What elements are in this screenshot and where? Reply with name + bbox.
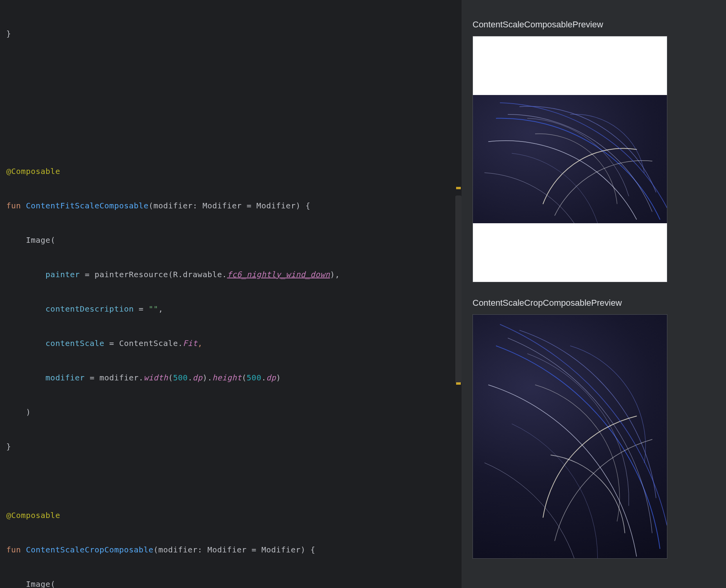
annotation-composable: @Composable [6, 167, 60, 176]
preview-title-1: ContentScaleComposablePreview [473, 20, 710, 30]
letterbox-bottom [473, 223, 667, 282]
preview-title-2: ContentScaleCropComposablePreview [473, 298, 710, 308]
brace-close: } [6, 29, 11, 38]
editor-scrollbar[interactable] [455, 195, 462, 383]
editor-minimap[interactable] [455, 0, 462, 588]
code-editor-pane[interactable]: } @Composable fun ContentFitScaleComposa… [0, 0, 462, 588]
fn-name-1: ContentFitScaleComposable [26, 201, 149, 210]
preview-block-2[interactable]: ContentScaleCropComposablePreview [473, 298, 710, 559]
preview-image-crop[interactable] [473, 314, 667, 559]
starfield-image-1 [473, 95, 667, 223]
image-call-1: Image [26, 235, 50, 245]
compose-preview-pane[interactable]: ContentScaleComposablePreview [462, 0, 726, 588]
ide-root: } @Composable fun ContentFitScaleComposa… [0, 0, 726, 588]
starfield-image-2 [473, 315, 667, 558]
fn-name-2: ContentScaleCropComposable [26, 545, 153, 554]
keyword-fun-1: fun [6, 201, 21, 210]
drawable-link-1[interactable]: fc6_nightly_wind_down [227, 270, 330, 279]
fn-sig-1: (modifier: Modifier = Modifier) { [149, 201, 311, 210]
annotation-composable-2: @Composable [6, 511, 60, 520]
code-area[interactable]: } @Composable fun ContentFitScaleComposa… [0, 0, 462, 588]
preview-image-fit[interactable] [473, 36, 667, 282]
preview-block-1[interactable]: ContentScaleComposablePreview [473, 20, 710, 282]
letterbox-top [473, 36, 667, 95]
minimap-marker [456, 187, 461, 189]
